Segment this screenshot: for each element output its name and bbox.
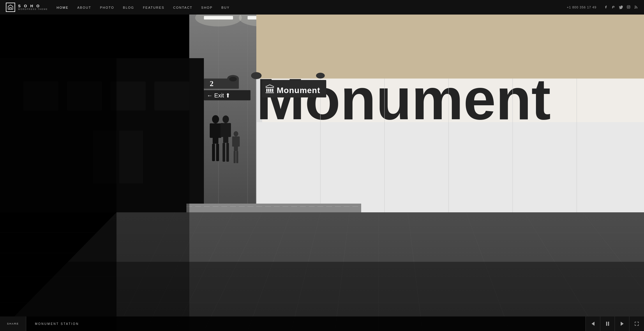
logo-subtitle: WORDPRESS THEME (18, 8, 48, 10)
nav-link-home[interactable]: HOME (57, 6, 68, 9)
svg-text:Monument: Monument (256, 67, 551, 131)
svg-rect-92 (210, 123, 213, 138)
social-icons (604, 5, 638, 10)
facebook-icon[interactable] (604, 5, 608, 10)
hero-image: Monument 🏛 Monument ← Exit ⬆ (0, 0, 644, 331)
svg-rect-99 (228, 123, 231, 137)
svg-point-2 (629, 6, 630, 6)
instagram-icon[interactable] (627, 5, 631, 10)
svg-rect-103 (234, 136, 238, 151)
pause-button[interactable] (600, 316, 615, 331)
nav-link-contact[interactable]: CONTACT (173, 6, 192, 9)
nav-link-photo[interactable]: PHOTO (100, 6, 114, 9)
phone-number: +1 800 356 17 49 (567, 6, 597, 9)
share-button[interactable]: SHARE (0, 316, 26, 331)
nav-item-buy[interactable]: BUY (221, 5, 230, 10)
controls-section (585, 316, 644, 331)
nav-item-contact[interactable]: CONTACT (173, 5, 192, 10)
svg-rect-114 (608, 322, 609, 326)
main-nav: S O H O WORDPRESS THEME HOME ABOUT PHOTO… (0, 0, 644, 15)
share-label: SHARE (7, 322, 19, 325)
hero-svg: Monument 🏛 Monument ← Exit ⬆ (0, 0, 644, 331)
nav-right: +1 800 356 17 49 (567, 5, 638, 10)
logo-title: S O H O (18, 4, 48, 8)
svg-rect-98 (220, 123, 224, 137)
bottom-bar: SHARE MONUMENT STATION (0, 316, 644, 331)
svg-rect-113 (606, 322, 607, 326)
svg-point-96 (223, 115, 229, 123)
nav-item-about[interactable]: ABOUT (77, 5, 91, 10)
svg-text:Monument: Monument (277, 86, 320, 95)
svg-rect-91 (213, 123, 218, 144)
svg-point-1 (628, 6, 629, 8)
svg-marker-60 (256, 122, 644, 212)
svg-rect-97 (223, 123, 228, 143)
nav-link-about[interactable]: ABOUT (77, 6, 91, 9)
prev-button[interactable] (586, 316, 600, 331)
fullscreen-button[interactable] (629, 316, 644, 331)
hero-section: Monument 🏛 Monument ← Exit ⬆ (0, 0, 644, 331)
svg-point-3 (635, 8, 636, 8)
logo-text: S O H O WORDPRESS THEME (18, 4, 48, 10)
nav-links: HOME ABOUT PHOTO BLOG FEATURES CONTACT S… (57, 5, 230, 10)
svg-point-90 (212, 115, 219, 123)
svg-marker-112 (592, 322, 594, 326)
nav-item-photo[interactable]: PHOTO (100, 5, 114, 10)
nav-link-shop[interactable]: SHOP (201, 6, 213, 9)
svg-rect-95 (216, 144, 219, 161)
svg-marker-115 (621, 322, 624, 326)
nav-item-shop[interactable]: SHOP (201, 5, 213, 10)
nav-link-features[interactable]: FEATURES (143, 6, 165, 9)
caption-text: MONUMENT STATION (35, 322, 79, 325)
svg-point-76 (251, 72, 262, 79)
logo[interactable]: S O H O WORDPRESS THEME (6, 3, 48, 12)
pinterest-icon[interactable] (611, 5, 615, 10)
svg-point-77 (316, 73, 325, 79)
svg-rect-100 (223, 143, 225, 162)
svg-rect-107 (236, 151, 238, 163)
twitter-icon[interactable] (619, 5, 623, 10)
next-button[interactable] (615, 316, 629, 331)
svg-text:🏛: 🏛 (265, 84, 275, 95)
svg-rect-88 (186, 204, 361, 212)
rss-icon[interactable] (634, 5, 638, 10)
caption-section: MONUMENT STATION (26, 322, 585, 325)
svg-point-75 (229, 77, 237, 81)
svg-rect-101 (226, 143, 229, 162)
svg-text:← Exit ⬆: ← Exit ⬆ (207, 92, 230, 99)
nav-link-blog[interactable]: BLOG (123, 6, 134, 9)
logo-icon (6, 3, 15, 12)
nav-item-features[interactable]: FEATURES (143, 5, 165, 10)
nav-left: S O H O WORDPRESS THEME HOME ABOUT PHOTO… (6, 3, 230, 12)
nav-link-buy[interactable]: BUY (221, 6, 230, 9)
svg-rect-105 (237, 136, 240, 147)
nav-item-home[interactable]: HOME (57, 5, 68, 10)
svg-text:2: 2 (210, 79, 214, 88)
svg-rect-94 (212, 144, 215, 161)
nav-item-blog[interactable]: BLOG (123, 5, 134, 10)
svg-rect-104 (232, 136, 234, 147)
svg-point-102 (234, 131, 238, 136)
svg-rect-106 (234, 151, 236, 163)
